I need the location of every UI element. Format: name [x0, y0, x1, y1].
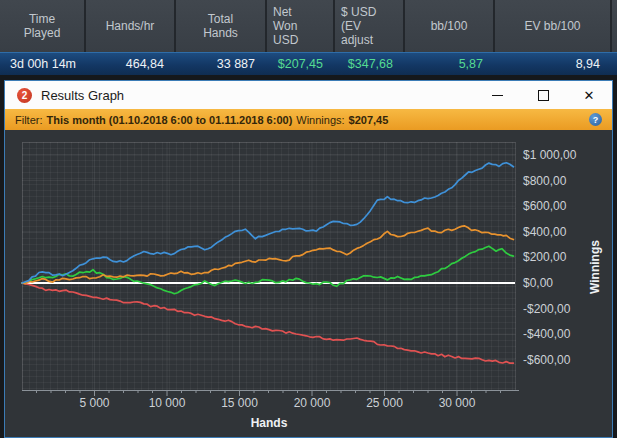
winnings-label: Winnings: — [296, 114, 344, 126]
y-tick-label: $0,00 — [523, 276, 553, 290]
x-tick-label: 15 000 — [210, 396, 270, 410]
stats-header-cell[interactable]: Time Played — [0, 0, 86, 52]
window-title: Results Graph — [41, 88, 124, 103]
stats-value-cell[interactable]: 8,94 — [495, 57, 612, 71]
hm2-logo-icon: 2 — [17, 88, 32, 103]
stats-header-cell[interactable]: $ USD (EV adjust — [335, 0, 405, 52]
help-icon[interactable]: ? — [589, 113, 602, 126]
stats-value-cell[interactable]: $347,68 — [335, 57, 405, 71]
stats-value-cell[interactable]: 3d 00h 14m — [0, 57, 86, 71]
x-tick-label: 30 000 — [427, 396, 487, 410]
filter-range: This month (01.10.2018 6:00 to 01.11.201… — [47, 114, 293, 126]
filter-bar: Filter: This month (01.10.2018 6:00 to 0… — [5, 109, 612, 130]
y-tick-label: $600,00 — [523, 199, 566, 213]
stats-value-cell[interactable]: 464,84 — [86, 57, 176, 71]
y-tick-label: $200,00 — [523, 250, 566, 264]
stats-value-cell[interactable]: $207,45 — [267, 57, 335, 71]
x-tick-label: 25 000 — [355, 396, 415, 410]
maximize-icon — [538, 90, 549, 101]
stats-header-cell[interactable]: Net Won USD — [267, 0, 335, 52]
series-green-line — [22, 246, 513, 294]
y-tick-label: $1 000,00 — [523, 148, 576, 162]
window-controls: ✕ — [474, 81, 612, 109]
y-tick-label: $400,00 — [523, 225, 566, 239]
filter-label: Filter: — [15, 114, 43, 126]
y-tick-label: -$600,00 — [523, 353, 570, 367]
maximize-button[interactable] — [520, 81, 566, 109]
minimize-icon — [492, 95, 503, 96]
close-button[interactable]: ✕ — [566, 81, 612, 109]
stats-value-row[interactable]: 3d 00h 14m464,8433 887$207,45$347,685,87… — [0, 52, 617, 75]
stats-header-cell[interactable]: EV bb/100 — [495, 0, 612, 52]
x-axis-title: Hands — [219, 416, 319, 430]
minimize-button[interactable] — [474, 81, 520, 109]
stats-header-cell[interactable]: Total Hands — [176, 0, 267, 52]
window-titlebar[interactable]: 2 Results Graph ✕ — [5, 81, 612, 109]
y-tick-label: $800,00 — [523, 174, 566, 188]
x-tick-label: 20 000 — [282, 396, 342, 410]
y-tick-label: -$400,00 — [523, 327, 570, 341]
y-axis-title: Winnings — [588, 227, 602, 307]
stats-header-cell[interactable]: Hands/hr — [86, 0, 176, 52]
stats-header-cell[interactable]: bb/100 — [405, 0, 495, 52]
chart-canvas — [5, 130, 612, 437]
stats-value-cell[interactable]: 33 887 — [176, 57, 267, 71]
y-tick-label: -$200,00 — [523, 302, 570, 316]
stats-value-cell[interactable]: 5,87 — [405, 57, 495, 71]
stats-table: Time PlayedHands/hrTotal HandsNet Won US… — [0, 0, 617, 80]
screen: Time PlayedHands/hrTotal HandsNet Won US… — [0, 0, 617, 438]
x-tick-label: 10 000 — [137, 396, 197, 410]
results-chart: $1 000,00$800,00$600,00$400,00$200,00$0,… — [5, 130, 612, 437]
winnings-value: $207,45 — [349, 114, 389, 126]
results-graph-window: 2 Results Graph ✕ Filter: This month (01… — [4, 80, 613, 438]
x-tick-label: 5 000 — [65, 396, 125, 410]
stats-header-row: Time PlayedHands/hrTotal HandsNet Won US… — [0, 0, 617, 52]
series-red-line — [22, 283, 513, 363]
